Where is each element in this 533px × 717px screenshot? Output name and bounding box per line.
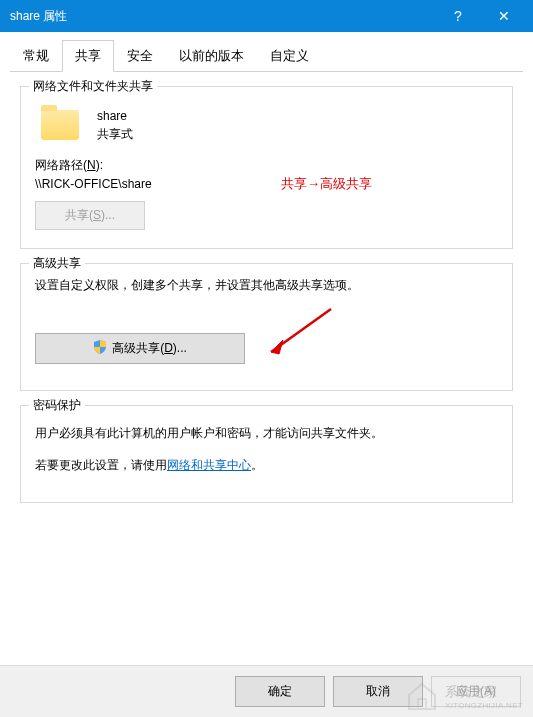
folder-icon bbox=[41, 110, 79, 140]
tab-sharing[interactable]: 共享 bbox=[62, 40, 114, 72]
group1-title: 网络文件和文件夹共享 bbox=[29, 78, 157, 95]
sharing-panel: 网络文件和文件夹共享 share 共享式 网络路径(N): \\RICK-OFF… bbox=[10, 72, 523, 527]
password-protection-group: 密码保护 用户必须具有此计算机的用户帐户和密码，才能访问共享文件夹。 若要更改此… bbox=[20, 405, 513, 503]
password-desc1: 用户必须具有此计算机的用户帐户和密码，才能访问共享文件夹。 bbox=[35, 424, 498, 443]
arrow-icon bbox=[261, 304, 341, 364]
group2-title: 高级共享 bbox=[29, 255, 85, 272]
folder-text: share 共享式 bbox=[97, 107, 133, 143]
ok-button[interactable]: 确定 bbox=[235, 676, 325, 707]
share-button[interactable]: 共享(S)... bbox=[35, 201, 145, 230]
svg-marker-0 bbox=[271, 340, 283, 354]
titlebar: share 属性 ? ✕ bbox=[0, 0, 533, 32]
watermark-line1: 系统之家 bbox=[445, 683, 523, 701]
content-area: 常规 共享 安全 以前的版本 自定义 网络文件和文件夹共享 share 共享式 … bbox=[0, 32, 533, 527]
tab-previous-versions[interactable]: 以前的版本 bbox=[166, 40, 257, 71]
shield-icon bbox=[93, 340, 107, 354]
advanced-sharing-desc: 设置自定义权限，创建多个共享，并设置其他高级共享选项。 bbox=[35, 276, 498, 295]
help-button[interactable]: ? bbox=[435, 0, 481, 32]
share-status: 共享式 bbox=[97, 125, 133, 143]
tab-security[interactable]: 安全 bbox=[114, 40, 166, 71]
watermark-line2: XITONGZHIJIA.NET bbox=[445, 701, 523, 710]
folder-name: share bbox=[97, 107, 133, 125]
window-title: share 属性 bbox=[10, 8, 67, 25]
network-file-sharing-group: 网络文件和文件夹共享 share 共享式 网络路径(N): \\RICK-OFF… bbox=[20, 86, 513, 249]
password-desc2: 若要更改此设置，请使用网络和共享中心。 bbox=[35, 457, 498, 474]
watermark: 系统之家 XITONGZHIJIA.NET bbox=[405, 681, 523, 711]
svg-rect-1 bbox=[418, 699, 426, 709]
close-button[interactable]: ✕ bbox=[481, 0, 527, 32]
advanced-sharing-button[interactable]: 高级共享(D)... bbox=[35, 333, 245, 364]
group3-title: 密码保护 bbox=[29, 397, 85, 414]
tab-general[interactable]: 常规 bbox=[10, 40, 62, 71]
folder-info-row: share 共享式 bbox=[35, 107, 498, 143]
annotation-text: 共享→高级共享 bbox=[281, 175, 372, 193]
network-path-label: 网络路径(N): bbox=[35, 157, 498, 174]
tab-customize[interactable]: 自定义 bbox=[257, 40, 322, 71]
watermark-logo-icon bbox=[405, 681, 439, 711]
tabs: 常规 共享 安全 以前的版本 自定义 bbox=[10, 40, 523, 72]
titlebar-buttons: ? ✕ bbox=[435, 0, 527, 32]
advanced-sharing-group: 高级共享 设置自定义权限，创建多个共享，并设置其他高级共享选项。 高级共享(D)… bbox=[20, 263, 513, 391]
network-sharing-center-link[interactable]: 网络和共享中心 bbox=[167, 458, 251, 472]
network-path-value: \\RICK-OFFICE\share bbox=[35, 177, 498, 191]
